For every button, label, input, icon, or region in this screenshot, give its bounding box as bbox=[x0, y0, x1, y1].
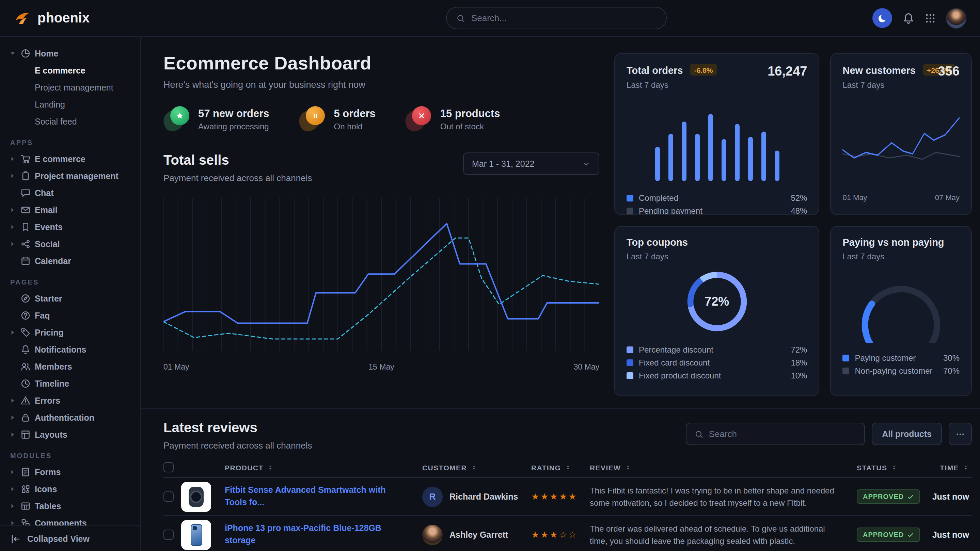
smartwatch-image bbox=[189, 486, 204, 507]
customer-cell: Ashley Garrett bbox=[422, 524, 531, 545]
sidebar-item-layouts[interactable]: Layouts bbox=[0, 426, 140, 443]
select-all-checkbox[interactable] bbox=[164, 462, 173, 472]
star-icon bbox=[170, 106, 189, 125]
product-thumbnail bbox=[181, 481, 211, 511]
stat-new-orders: 57 new orders Awating processing bbox=[164, 106, 269, 132]
chevron-down-icon bbox=[582, 160, 590, 168]
brand[interactable]: phoenix bbox=[14, 9, 89, 27]
sidebar-item-project-management[interactable]: Project management bbox=[0, 79, 140, 96]
sort-icon bbox=[564, 464, 571, 471]
sidebar-item-email[interactable]: Email bbox=[0, 202, 140, 219]
caret-spacer bbox=[9, 363, 16, 370]
legend-item: Paying customer 30% bbox=[842, 351, 959, 364]
more-options-button[interactable] bbox=[949, 423, 972, 445]
sidebar-item-errors[interactable]: Errors bbox=[0, 392, 140, 409]
date-range-select[interactable]: Mar 1 - 31, 2022 bbox=[463, 152, 599, 175]
sidebar-item-label: Pricing bbox=[35, 328, 64, 337]
time-cell: Just now bbox=[928, 530, 972, 540]
caret-right-icon bbox=[9, 155, 16, 163]
apps-grid-icon[interactable] bbox=[925, 13, 936, 24]
latest-reviews-section: Latest reviews Payment received across a… bbox=[141, 408, 980, 551]
card-title: Paying vs non paying bbox=[842, 237, 944, 248]
global-search[interactable] bbox=[446, 7, 667, 29]
column-customer[interactable]: CUSTOMER bbox=[422, 463, 531, 472]
review-text: The order was delivered ahead of schedul… bbox=[590, 522, 857, 547]
collapse-icon bbox=[10, 533, 21, 544]
legend-item: Pending payment 48% bbox=[627, 205, 807, 215]
chevron-down-icon bbox=[9, 50, 16, 57]
search-icon bbox=[456, 13, 465, 23]
x-tick: 01 May bbox=[164, 363, 189, 371]
check-icon bbox=[907, 531, 914, 538]
caret-spacer bbox=[9, 380, 16, 387]
row-checkbox[interactable] bbox=[164, 530, 173, 540]
column-review[interactable]: REVIEW bbox=[590, 463, 857, 472]
sidebar-item-apps-project-management[interactable]: Project management bbox=[0, 167, 140, 184]
review-text: This Fitbit is fantastic! I was trying t… bbox=[590, 484, 857, 509]
row-checkbox[interactable] bbox=[164, 491, 173, 502]
sidebar-item-starter[interactable]: Starter bbox=[0, 290, 140, 307]
sidebar-item-home[interactable]: Home bbox=[0, 45, 140, 62]
sidebar-item-chat[interactable]: Chat bbox=[0, 184, 140, 202]
stat-on-hold: 5 orders On hold bbox=[299, 106, 375, 132]
stat-value: 5 orders bbox=[334, 107, 375, 119]
sidebar-item-icons[interactable]: Icons bbox=[0, 481, 140, 497]
stat-caption: Awating processing bbox=[198, 122, 269, 131]
sidebar-item-label: E commerce bbox=[35, 154, 86, 164]
sidebar-item-notifications[interactable]: Notifications bbox=[0, 341, 140, 358]
column-rating[interactable]: RATING bbox=[531, 463, 590, 472]
legend-label: Fixed product discount bbox=[639, 371, 721, 380]
sidebar-item-label: Calendar bbox=[35, 256, 71, 266]
sidebar-item-social-feed[interactable]: Social feed bbox=[0, 113, 140, 130]
sidebar-item-label: Email bbox=[35, 205, 57, 215]
sidebar-item-calendar[interactable]: Calendar bbox=[0, 252, 140, 270]
sidebar-item-timeline[interactable]: Timeline bbox=[0, 375, 140, 392]
legend-swatch bbox=[627, 372, 633, 379]
x-icon bbox=[412, 106, 431, 125]
main-content: Ecommerce Dashboard Here's what's going … bbox=[141, 37, 980, 551]
x-tick: 01 May bbox=[842, 193, 867, 201]
reviews-search[interactable] bbox=[686, 423, 865, 445]
column-time[interactable]: TIME bbox=[928, 463, 972, 472]
sidebar-item-events[interactable]: Events bbox=[0, 219, 140, 235]
table-row[interactable]: iPhone 13 pro max-Pacific Blue-128GB sto… bbox=[164, 516, 972, 551]
sidebar-item-authentication[interactable]: Authentication bbox=[0, 409, 140, 426]
pause-icon bbox=[306, 106, 325, 125]
rating-stars: ★★★☆☆ bbox=[531, 530, 590, 540]
sidebar-item-social[interactable]: Social bbox=[0, 235, 140, 252]
caret-spacer bbox=[9, 295, 16, 302]
sidebar-item-landing[interactable]: Landing bbox=[0, 96, 140, 113]
sidebar-item-apps-ecommerce[interactable]: E commerce bbox=[0, 151, 140, 167]
sidebar-item-e-commerce[interactable]: E commerce bbox=[0, 62, 140, 79]
notifications-bell-icon[interactable] bbox=[902, 12, 915, 24]
product-link[interactable]: Fitbit Sense Advanced Smartwatch with To… bbox=[225, 484, 422, 508]
column-product[interactable]: PRODUCT bbox=[225, 463, 422, 472]
table-row[interactable]: Fitbit Sense Advanced Smartwatch with To… bbox=[164, 478, 972, 516]
card-subtitle: Last 7 days bbox=[842, 80, 959, 89]
legend-value: 70% bbox=[943, 366, 959, 375]
total-sells-x-axis: 01 May 15 May 30 May bbox=[164, 363, 599, 371]
sidebar-item-label: Events bbox=[35, 222, 63, 232]
user-avatar[interactable] bbox=[946, 8, 966, 28]
sidebar-child-label: Landing bbox=[35, 100, 65, 109]
sidebar-item-members[interactable]: Members bbox=[0, 358, 140, 375]
collapse-view-toggle[interactable]: Collapsed View bbox=[0, 526, 140, 551]
product-link[interactable]: iPhone 13 pro max-Pacific Blue-128GB sto… bbox=[225, 523, 422, 546]
column-status[interactable]: STATUS bbox=[857, 463, 928, 472]
stat-caption: On hold bbox=[334, 122, 375, 131]
legend-swatch bbox=[627, 195, 633, 202]
card-subtitle: Last 7 days bbox=[627, 80, 807, 89]
reviews-search-input[interactable] bbox=[709, 429, 856, 439]
sidebar-item-tables[interactable]: Tables bbox=[0, 497, 140, 514]
sidebar-item-pricing[interactable]: Pricing bbox=[0, 324, 140, 341]
sidebar-item-label: Authentication bbox=[35, 413, 94, 422]
stat-blob bbox=[406, 106, 431, 132]
sidebar-item-forms[interactable]: Forms bbox=[0, 464, 140, 481]
sidebar-item-faq[interactable]: Faq bbox=[0, 307, 140, 324]
search-input[interactable] bbox=[471, 13, 657, 23]
total-sells-line-chart bbox=[164, 195, 599, 357]
theme-toggle-button[interactable] bbox=[872, 8, 892, 28]
legend-swatch bbox=[627, 359, 633, 366]
legend-item: Non-paying customer 70% bbox=[842, 364, 959, 377]
all-products-button[interactable]: All products bbox=[872, 423, 942, 445]
